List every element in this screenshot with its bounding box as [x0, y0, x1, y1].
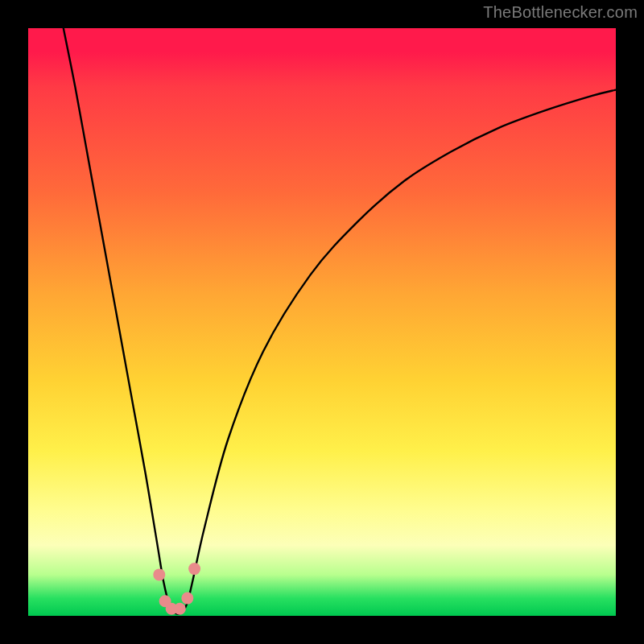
highlight-dot [174, 603, 186, 615]
chart-frame: TheBottlenecker.com [0, 0, 644, 644]
bottleneck-curve [64, 28, 616, 614]
curve-layer [28, 28, 616, 616]
highlight-dot [188, 563, 200, 575]
highlight-dot [153, 568, 165, 580]
highlight-dots [153, 563, 200, 615]
attribution-text: TheBottlenecker.com [483, 3, 638, 22]
highlight-dot [181, 592, 193, 605]
plot-area [28, 28, 616, 616]
